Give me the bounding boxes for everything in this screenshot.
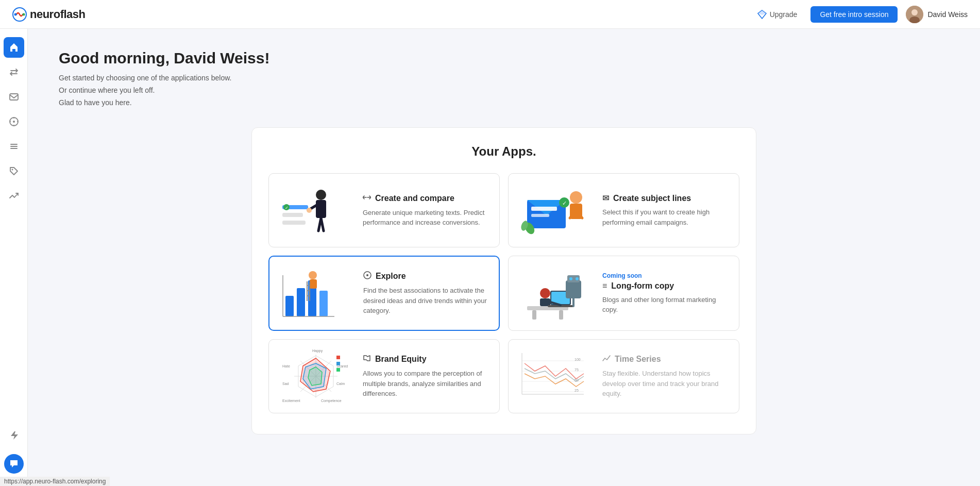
svg-rect-41 — [319, 291, 328, 316]
app-name-long-form: ≡ Long-form copy — [602, 281, 731, 291]
svg-rect-57 — [540, 298, 550, 306]
svg-point-56 — [540, 288, 550, 298]
logo[interactable]: neuroflash — [12, 7, 85, 22]
app-info-create-compare: Create and compare Generate unique marke… — [363, 193, 491, 228]
upgrade-button[interactable]: Upgrade — [752, 7, 803, 22]
home-icon — [9, 42, 19, 53]
mail-icon — [9, 92, 19, 102]
create-compare-icon — [363, 193, 371, 204]
app-card-brand-equity[interactable]: Happy Scared Calm Excitement Competence … — [268, 339, 500, 413]
compass-icon — [9, 116, 19, 127]
app-info-create-subject: ✉ Create subject lines Select this if yo… — [602, 193, 731, 227]
brand-equity-icon — [363, 354, 371, 364]
app-card-long-form[interactable]: Coming soon ≡ Long-form copy Blogs and o… — [508, 256, 739, 331]
app-name-time-series: Time Series — [602, 354, 731, 364]
svg-point-64 — [576, 277, 579, 280]
svg-rect-45 — [310, 279, 317, 289]
user-name: David Weiss — [927, 10, 968, 19]
sidebar-item-list[interactable] — [4, 136, 24, 157]
intro-session-button[interactable]: Get free intro session — [810, 6, 898, 23]
apps-section: Your Apps. — [251, 127, 756, 434]
app-info-explore: Explore Find the best associations to ac… — [363, 271, 491, 316]
logo-icon — [12, 7, 27, 22]
svg-point-6 — [911, 9, 918, 15]
svg-text:Sad: Sad — [282, 382, 289, 386]
sidebar-item-mail[interactable] — [4, 87, 24, 107]
svg-point-2 — [23, 13, 25, 15]
svg-marker-4 — [758, 10, 766, 15]
svg-rect-21 — [282, 213, 303, 217]
subtitle-line1: Get started by choosing one of the appli… — [59, 72, 949, 85]
app-info-long-form: Coming soon ≡ Long-form copy Blogs and o… — [602, 272, 731, 315]
switch-icon — [9, 67, 19, 77]
long-form-icon: ≡ — [602, 281, 607, 291]
svg-text:Happy: Happy — [312, 349, 323, 353]
svg-rect-39 — [297, 288, 305, 316]
avatar — [906, 6, 923, 23]
upgrade-label: Upgrade — [770, 10, 798, 19]
sidebar-item-home[interactable] — [4, 37, 24, 58]
statusbar-url: https://app.neuro-flash.com/exploring — [4, 478, 106, 485]
svg-rect-61 — [566, 280, 581, 298]
svg-text:100: 100 — [575, 358, 581, 361]
apps-title: Your Apps. — [268, 144, 739, 159]
svg-rect-8 — [10, 94, 18, 100]
statusbar: https://app.neuro-flash.com/exploring — [0, 477, 110, 486]
svg-text:25: 25 — [575, 389, 579, 392]
sidebar-item-trending[interactable] — [4, 186, 24, 206]
chat-bubble-button[interactable] — [4, 454, 24, 474]
sidebar-item-switch[interactable] — [4, 62, 24, 82]
sidebar-item-bolt[interactable] — [4, 425, 24, 446]
svg-text:50: 50 — [575, 378, 579, 382]
svg-point-52 — [366, 274, 368, 276]
svg-point-10 — [13, 121, 15, 123]
svg-rect-84 — [336, 362, 340, 365]
app-card-create-subject[interactable]: ✓ ✉ Create subject lines Select this if … — [508, 173, 739, 247]
subtitle-line3: Glad to have you here. — [59, 97, 949, 109]
explore-icon — [363, 271, 371, 281]
topnav: neuroflash Upgrade Get free intro sessio… — [0, 0, 980, 29]
app-desc-time-series: Stay flexible. Understand how topics dev… — [602, 368, 731, 399]
app-desc-long-form: Blogs and other long format marketing co… — [602, 295, 731, 315]
mail-app-icon: ✉ — [602, 193, 609, 203]
list-icon — [9, 141, 19, 152]
app-card-create-compare[interactable]: ✓ Create and compare Generate unique — [268, 173, 500, 247]
apps-grid: ✓ Create and compare Generate unique — [268, 173, 739, 413]
app-card-explore[interactable]: Explore Find the best associations to ac… — [268, 256, 500, 331]
app-desc-create-subject: Select this if you want to create high p… — [602, 207, 731, 227]
chat-icon — [9, 459, 19, 468]
svg-text:Competence: Competence — [321, 399, 342, 403]
sidebar — [0, 29, 28, 486]
greeting-heading: Good morning, David Weiss! — [59, 49, 949, 67]
svg-point-25 — [307, 208, 312, 213]
app-illustration-time-series: 100 75 50 25 — [517, 348, 594, 405]
svg-rect-28 — [531, 207, 557, 211]
svg-line-19 — [321, 218, 324, 231]
svg-text:Hate: Hate — [282, 364, 290, 368]
svg-point-1 — [14, 13, 17, 15]
app-card-time-series[interactable]: 100 75 50 25 Time Series — [508, 339, 739, 413]
svg-text:Calm: Calm — [336, 382, 345, 386]
svg-point-30 — [570, 191, 582, 204]
svg-text:✓: ✓ — [285, 206, 289, 210]
app-desc-create-compare: Generate unique marketing texts. Predict… — [363, 208, 491, 228]
app-illustration-create-compare: ✓ — [277, 182, 354, 239]
layout: Good morning, David Weiss! Get started b… — [0, 29, 980, 486]
svg-rect-54 — [532, 310, 536, 320]
app-illustration-create-subject: ✓ — [517, 182, 594, 239]
svg-point-15 — [316, 190, 326, 200]
topnav-right: Upgrade Get free intro session David Wei… — [752, 6, 968, 23]
sidebar-item-tag[interactable] — [4, 161, 24, 181]
app-name-create-compare: Create and compare — [363, 193, 491, 204]
app-name-brand-equity: Brand Equity — [363, 354, 491, 364]
app-info-time-series: Time Series Stay flexible. Understand ho… — [602, 354, 731, 399]
bolt-icon — [9, 430, 19, 441]
trending-icon — [9, 191, 19, 201]
sidebar-item-compass[interactable] — [4, 111, 24, 132]
svg-rect-83 — [336, 356, 340, 359]
svg-rect-85 — [336, 368, 340, 372]
svg-point-14 — [11, 169, 13, 171]
app-illustration-explore — [278, 265, 355, 322]
user-menu[interactable]: David Weiss — [906, 6, 968, 23]
app-name-explore: Explore — [363, 271, 491, 281]
